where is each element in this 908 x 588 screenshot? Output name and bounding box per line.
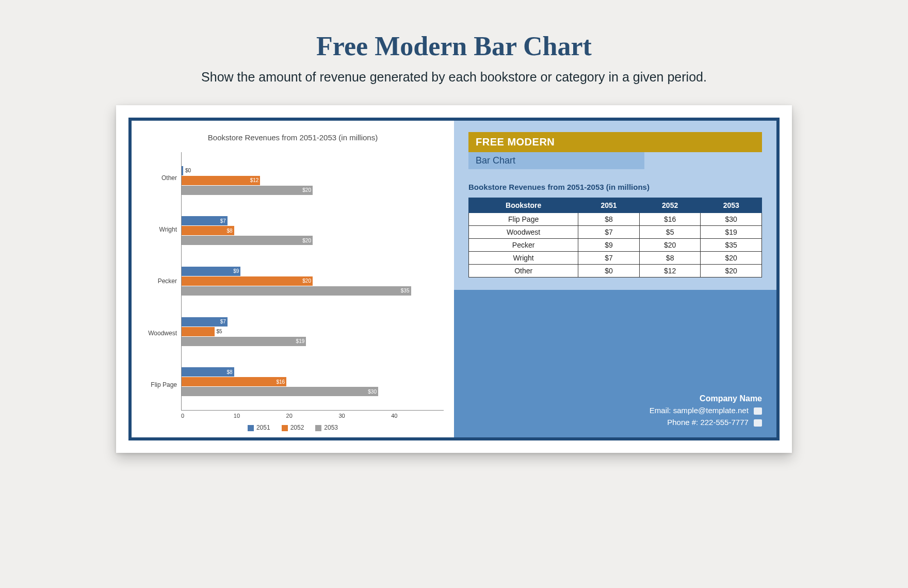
- chart-x-tick: 40: [391, 413, 444, 419]
- chart-bar-label: $35: [400, 288, 410, 293]
- table-cell: $35: [701, 239, 762, 252]
- table-cell: $20: [701, 265, 762, 277]
- table-cell: $20: [639, 239, 701, 252]
- table-cell: $5: [639, 226, 701, 239]
- chart-bar: $20: [182, 186, 313, 195]
- table-cell: Wright: [469, 252, 578, 265]
- camera-icon: [754, 407, 762, 415]
- table-cell: $8: [578, 213, 640, 226]
- chart-bar: $20: [182, 276, 313, 286]
- chart-bar-group: $9$20$35: [182, 267, 444, 296]
- company-name: Company Name: [650, 393, 762, 405]
- chart-bar: $20: [182, 236, 313, 245]
- table-header-row: Bookstore 2051 2052 2053: [469, 198, 762, 213]
- chart-bar-label: $8: [225, 369, 232, 375]
- chart-bar-label: $9: [232, 268, 239, 274]
- chart-bar: $9: [182, 267, 240, 276]
- table-cell: Pecker: [469, 239, 578, 252]
- table-cell: Flip Page: [469, 213, 578, 226]
- chart-bar-label: $19: [295, 338, 305, 344]
- chart-bar-label: $20: [301, 187, 311, 193]
- page-subtitle: Show the amount of revenue generated by …: [201, 70, 707, 85]
- chart-bar-group: $7$8$20: [182, 216, 444, 245]
- chart-bar-label: $7: [219, 319, 226, 324]
- banner-title: FREE MODERN: [468, 132, 762, 152]
- chart-bar: $35: [182, 286, 411, 296]
- info-pane: FREE MODERN Bar Chart Bookstore Revenues…: [454, 121, 776, 437]
- chart-category-label: Flip Page: [142, 365, 177, 405]
- chart-bar: $16: [182, 377, 286, 386]
- chart-x-tick: 0: [181, 413, 234, 419]
- chart-bar-label: $5: [216, 329, 222, 334]
- legend-item-2052: 2052: [282, 424, 304, 431]
- table-cell: $30: [701, 213, 762, 226]
- table-header: 2052: [639, 198, 701, 213]
- banner-subtitle: Bar Chart: [468, 152, 644, 169]
- table-cell: $0: [578, 265, 640, 277]
- table-title: Bookstore Revenues from 2051-2053 (in mi…: [468, 183, 762, 191]
- chart-category-label: Wright: [142, 209, 177, 250]
- contact-block: Company Name Email: sample@template.net …: [650, 393, 762, 428]
- info-bottom: Company Name Email: sample@template.net …: [454, 290, 776, 437]
- table-header: 2051: [578, 198, 640, 213]
- table-cell: $7: [578, 252, 640, 265]
- chart-bar-label: $20: [301, 278, 311, 284]
- table-header: 2053: [701, 198, 762, 213]
- chart-title: Bookstore Revenues from 2051-2053 (in mi…: [142, 133, 444, 142]
- chart-x-tick: 10: [234, 413, 286, 419]
- chart-legend: 2051 2052 2053: [142, 424, 444, 431]
- legend-item-2051: 2051: [248, 424, 270, 431]
- legend-item-2053: 2053: [315, 424, 338, 431]
- template-card: Bookstore Revenues from 2051-2053 (in mi…: [116, 105, 792, 453]
- legend-swatch-icon: [282, 425, 288, 431]
- chart-bar-label: $20: [301, 238, 311, 243]
- chart-category-label: Woodwest: [142, 313, 177, 353]
- legend-swatch-icon: [248, 425, 254, 431]
- chart-bar-label: $8: [225, 228, 232, 234]
- revenue-table: Bookstore 2051 2052 2053 Flip Page$8$16$…: [468, 198, 762, 277]
- chart-body: OtherWrightPeckerWoodwestFlip Page $0$12…: [142, 152, 444, 411]
- chart-x-axis: 010203040: [181, 411, 444, 419]
- table-cell: $16: [639, 213, 701, 226]
- chart-bar-label: $30: [367, 389, 377, 395]
- contact-email: Email: sample@template.net: [650, 405, 762, 417]
- table-row: Other$0$12$20: [469, 265, 762, 277]
- chart-y-labels: OtherWrightPeckerWoodwestFlip Page: [142, 152, 181, 411]
- chart-bar: $8: [182, 367, 234, 377]
- chart-pane: Bookstore Revenues from 2051-2053 (in mi…: [132, 121, 454, 437]
- table-row: Wright$7$8$20: [469, 252, 762, 265]
- table-row: Pecker$9$20$35: [469, 239, 762, 252]
- inner-frame: Bookstore Revenues from 2051-2053 (in mi…: [128, 118, 780, 440]
- table-cell: $8: [639, 252, 701, 265]
- chart-x-tick: 20: [286, 413, 339, 419]
- table-cell: $12: [639, 265, 701, 277]
- table-cell: $7: [578, 226, 640, 239]
- table-row: Woodwest$7$5$19: [469, 226, 762, 239]
- chart-x-tick: 30: [338, 413, 391, 419]
- chart-bar-label: $16: [275, 379, 285, 385]
- phone-icon: [754, 419, 762, 427]
- table-cell: $19: [701, 226, 762, 239]
- legend-swatch-icon: [315, 425, 321, 431]
- chart-bar: $30: [182, 387, 378, 396]
- chart-bar-label: $12: [249, 177, 259, 183]
- chart-bar: $7: [182, 317, 228, 326]
- table-row: Flip Page$8$16$30: [469, 213, 762, 226]
- chart-category-label: Other: [142, 158, 177, 198]
- chart-plot-area: $0$12$20$7$8$20$9$20$35$7$5$19$8$16$30: [181, 152, 444, 411]
- info-top: FREE MODERN Bar Chart Bookstore Revenues…: [454, 121, 776, 290]
- chart-bar-group: $0$12$20: [182, 166, 444, 195]
- chart-bar-label: $0: [184, 168, 191, 173]
- chart-bar-group: $7$5$19: [182, 317, 444, 346]
- table-cell: Other: [469, 265, 578, 277]
- chart-bar: $5: [182, 327, 215, 336]
- table-cell: Woodwest: [469, 226, 578, 239]
- chart-bar: $12: [182, 176, 260, 185]
- chart-bar-group: $8$16$30: [182, 367, 444, 396]
- chart-bar: $0: [182, 166, 183, 175]
- chart-category-label: Pecker: [142, 261, 177, 301]
- chart-bar: $8: [182, 226, 234, 235]
- table-header: Bookstore: [469, 198, 578, 213]
- chart-bar-label: $7: [219, 218, 226, 224]
- table-cell: $20: [701, 252, 762, 265]
